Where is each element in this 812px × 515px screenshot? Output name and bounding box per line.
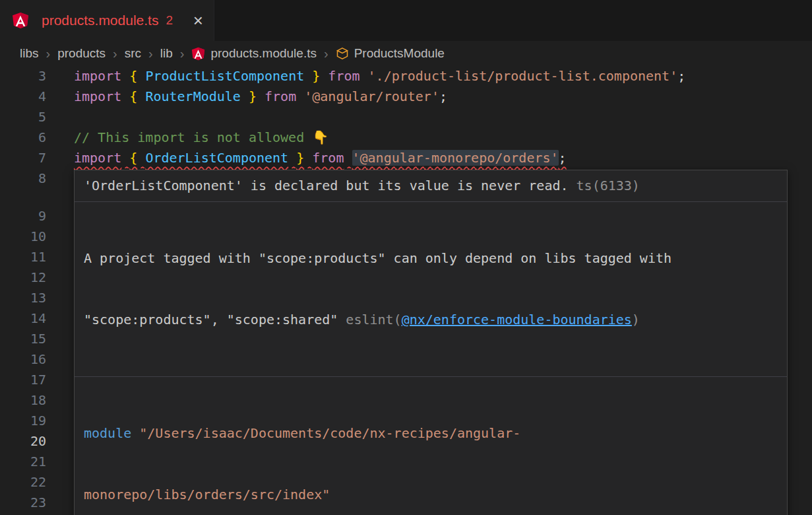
eslint-source-suffix: )	[632, 312, 640, 327]
code-token	[257, 88, 265, 104]
code-token: ;	[559, 150, 567, 166]
angular-file-icon	[12, 12, 29, 29]
code-content[interactable]: import { ProductListComponent } from './…	[74, 66, 685, 86]
tab-label: products.module.ts	[42, 13, 158, 28]
symbol-class-icon	[336, 47, 349, 60]
line-number[interactable]: 14	[0, 308, 46, 329]
breadcrumb-products[interactable]: products	[57, 46, 106, 61]
code-token: 👇	[312, 129, 328, 145]
code-token: import	[74, 150, 121, 166]
hover-popup: 'OrderListComponent' is declared but its…	[74, 170, 788, 515]
code-line-7: 7import { OrderListComponent } from '@an…	[0, 148, 812, 168]
line-number[interactable]: 21	[0, 452, 46, 472]
line-number[interactable]: 12	[0, 267, 46, 288]
code-token: ProductListComponent	[145, 68, 304, 84]
code-token: ;	[677, 68, 685, 84]
code-token	[137, 68, 145, 84]
code-token: from	[328, 68, 359, 84]
breadcrumb: libs › products › src › lib › products.m…	[0, 41, 812, 66]
code-line-5: 5	[0, 107, 812, 127]
chevron-right-icon: ›	[180, 46, 185, 61]
code-token: './product-list/product-list.component'	[368, 68, 678, 84]
breadcrumb-file-label: products.module.ts	[210, 46, 317, 61]
hover-ts-diagnostic: 'OrderListComponent' is declared but its…	[75, 170, 787, 202]
line-number[interactable]: 17	[0, 370, 46, 390]
code-token	[344, 150, 352, 166]
breadcrumb-file[interactable]: products.module.ts	[191, 46, 317, 61]
line-number[interactable]: 23	[0, 493, 46, 513]
code-token: import	[74, 88, 121, 104]
code-token: from	[265, 88, 296, 104]
code-token: }	[312, 68, 320, 84]
eslint-message-line1: A project tagged with "scope:products" c…	[84, 248, 778, 269]
code-line-6: 6// This import is not allowed 👇	[0, 127, 812, 148]
code-token: '@angular/router'	[304, 88, 439, 104]
code-token	[304, 68, 312, 84]
module-path: "/Users/isaac/Documents/code/nx-recipes/…	[131, 425, 520, 441]
code-content[interactable]: import { RouterModule } from '@angular/r…	[74, 86, 447, 107]
chevron-right-icon: ›	[148, 46, 153, 61]
line-number[interactable]: 10	[0, 226, 46, 247]
breadcrumb-libs[interactable]: libs	[20, 46, 39, 61]
ts-diagnostic-source: ts(6133)	[569, 178, 640, 193]
line-number[interactable]: 19	[0, 411, 46, 431]
code-token	[121, 150, 129, 166]
code-token	[121, 88, 129, 104]
code-token	[288, 150, 296, 166]
eslint-message-line2: "scope:products", "scope:shared" eslint(…	[84, 310, 778, 330]
ts-diagnostic-message: 'OrderListComponent' is declared but its…	[84, 178, 569, 193]
code-token	[304, 150, 312, 166]
breadcrumb-lib[interactable]: lib	[160, 46, 173, 61]
line-number[interactable]: 20	[0, 431, 46, 452]
code-token: // This import is not allowed	[74, 129, 312, 145]
line-number[interactable]: 4	[0, 86, 46, 107]
hover-module-info: module "/Users/isaac/Documents/code/nx-r…	[75, 377, 787, 515]
line-number[interactable]: 9	[0, 206, 46, 226]
line-number[interactable]: 7	[0, 148, 46, 168]
line-number[interactable]: 5	[0, 107, 46, 127]
line-number[interactable]: 3	[0, 66, 46, 86]
line-number[interactable]: 13	[0, 288, 46, 308]
line-number[interactable]: 11	[0, 247, 46, 267]
hover-eslint-diagnostic: A project tagged with "scope:products" c…	[75, 202, 787, 377]
breadcrumb-src[interactable]: src	[125, 46, 141, 61]
eslint-rule-link[interactable]: @nx/enforce-module-boundaries	[402, 312, 632, 327]
code-token: {	[129, 150, 137, 166]
code-token	[137, 88, 145, 104]
code-token	[137, 150, 145, 166]
close-icon[interactable]: ×	[193, 12, 203, 29]
code-token: OrderListComponent	[145, 150, 288, 166]
code-token: RouterModule	[145, 88, 241, 104]
code-token	[320, 68, 328, 84]
line-number[interactable]: 22	[0, 472, 46, 493]
line-number[interactable]: 16	[0, 349, 46, 370]
code-token: {	[129, 68, 137, 84]
line-number[interactable]: 8	[0, 168, 46, 189]
code-token	[121, 68, 129, 84]
module-info-line2: monorepo/libs/orders/src/index"	[84, 485, 778, 505]
code-content[interactable]: import { OrderListComponent } from '@ang…	[74, 148, 567, 168]
editor: 3import { ProductListComponent } from '.…	[0, 66, 812, 515]
chevron-right-icon: ›	[113, 46, 117, 61]
code-token: '@angular-monorepo/orders'	[352, 150, 559, 166]
breadcrumb-symbol-label: ProductsModule	[354, 46, 445, 61]
code-token: {	[129, 88, 137, 104]
line-number[interactable]: 18	[0, 390, 46, 411]
tab-products-module-ts[interactable]: products.module.ts 2 ×	[0, 0, 214, 41]
module-path: monorepo/libs/orders/src/index"	[84, 487, 330, 502]
code-line-3: 3import { ProductListComponent } from '.…	[0, 66, 812, 86]
eslint-message-text: A project tagged with "scope:products" c…	[84, 250, 671, 266]
breadcrumb-symbol[interactable]: ProductsModule	[336, 46, 445, 61]
code-line-4: 4import { RouterModule } from '@angular/…	[0, 86, 812, 107]
line-number[interactable]: 6	[0, 127, 46, 148]
chevron-right-icon: ›	[46, 46, 51, 61]
module-keyword: module	[84, 425, 131, 441]
eslint-source-prefix: eslint(	[346, 312, 401, 327]
code-token: import	[74, 68, 121, 84]
code-token: }	[296, 150, 304, 166]
code-content[interactable]: // This import is not allowed 👇	[74, 127, 328, 148]
angular-file-icon	[191, 47, 205, 61]
code-token	[296, 88, 304, 104]
tab-bar: products.module.ts 2 ×	[0, 0, 812, 41]
line-number[interactable]: 15	[0, 329, 46, 349]
